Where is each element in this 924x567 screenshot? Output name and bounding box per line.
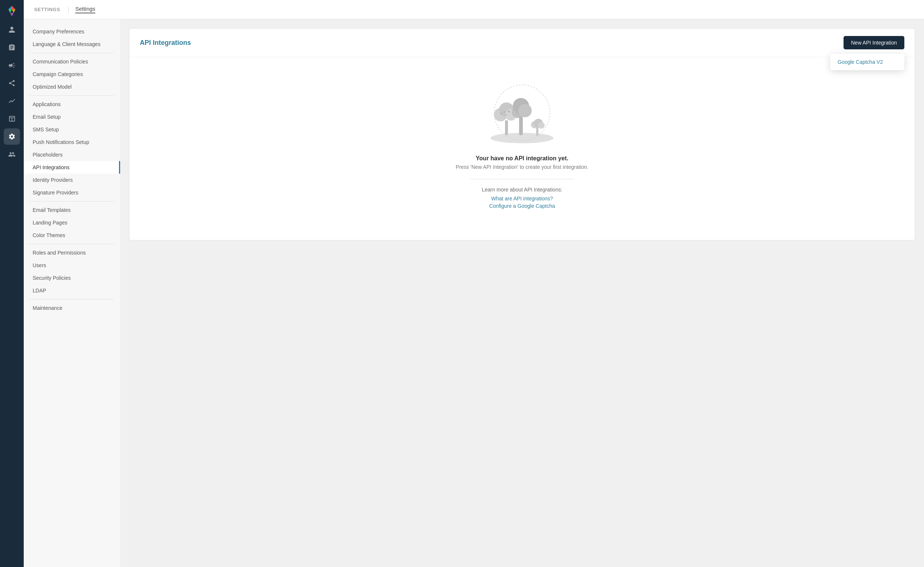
svg-point-15 [518, 104, 532, 117]
svg-point-23 [505, 114, 507, 116]
sidebar-item-api-integrations[interactable]: API Integrations [24, 161, 120, 174]
sidebar-divider-4 [30, 244, 114, 244]
nav-rail [0, 0, 24, 567]
svg-marker-5 [10, 13, 14, 17]
chart-icon[interactable] [4, 93, 20, 109]
svg-rect-8 [505, 120, 508, 135]
sidebar-item-ldap[interactable]: LDAP [24, 284, 120, 297]
sidebar-item-applications[interactable]: Applications [24, 98, 120, 111]
svg-point-21 [504, 111, 506, 113]
dropdown-item-google-captcha[interactable]: Google Captcha V2 [830, 54, 904, 70]
sidebar-item-landing-pages[interactable]: Landing Pages [24, 217, 120, 229]
empty-state-illustration [481, 80, 563, 146]
topbar: SETTINGS | Settings [24, 0, 924, 19]
main-wrapper: SETTINGS | Settings Company Preferences … [24, 0, 924, 567]
topbar-divider: | [68, 6, 69, 14]
new-api-integration-button[interactable]: New API Integration [843, 36, 904, 50]
page-title: API Integrations [140, 39, 191, 47]
sidebar-item-push-notifications[interactable]: Push Notifications Setup [24, 136, 120, 149]
sidebar: Company Preferences Language & Client Me… [24, 19, 120, 567]
content-area: Company Preferences Language & Client Me… [24, 19, 924, 567]
sidebar-item-signature-providers[interactable]: Signature Providers [24, 186, 120, 199]
empty-divider [470, 179, 574, 179]
sidebar-item-campaign-categories[interactable]: Campaign Categories [24, 68, 120, 81]
clipboard-icon[interactable] [4, 39, 20, 56]
sidebar-item-identity-providers[interactable]: Identity Providers [24, 174, 120, 186]
megaphone-icon[interactable] [4, 57, 20, 74]
svg-point-19 [538, 122, 544, 129]
sidebar-item-maintenance[interactable]: Maintenance [24, 302, 120, 314]
svg-point-20 [500, 113, 502, 115]
topbar-settings-active[interactable]: Settings [75, 6, 95, 14]
content-card: API Integrations New API Integration Goo… [129, 28, 915, 241]
sidebar-item-roles-permissions[interactable]: Roles and Permissions [24, 247, 120, 259]
empty-title: Your have no API integration yet. [476, 155, 568, 162]
sidebar-divider-3 [30, 201, 114, 202]
sidebar-item-optimized-model[interactable]: Optimized Model [24, 81, 120, 93]
app-logo [5, 5, 19, 20]
learn-more-label: Learn more about API Integrations: [482, 186, 562, 193]
svg-rect-16 [536, 127, 538, 136]
link-what-are-api[interactable]: What are API integrations? [491, 196, 553, 202]
users-icon[interactable] [4, 21, 20, 38]
topbar-settings-inactive[interactable]: SETTINGS [33, 7, 62, 12]
gear-icon[interactable] [4, 128, 20, 145]
sidebar-item-email-templates[interactable]: Email Templates [24, 204, 120, 217]
svg-marker-4 [12, 9, 16, 13]
link-configure-captcha[interactable]: Configure a Google Captcha [489, 203, 555, 209]
sidebar-item-company-preferences[interactable]: Company Preferences [24, 25, 120, 38]
sidebar-item-placeholders[interactable]: Placeholders [24, 149, 120, 161]
sidebar-item-security-policies[interactable]: Security Policies [24, 272, 120, 284]
card-header: API Integrations New API Integration [129, 29, 915, 57]
sidebar-item-color-themes[interactable]: Color Themes [24, 229, 120, 242]
group-icon[interactable] [4, 146, 20, 162]
share-icon[interactable] [4, 75, 20, 91]
table-icon[interactable] [4, 111, 20, 127]
card-body: Your have no API integration yet. Press … [129, 57, 915, 240]
dropdown-menu: Google Captcha V2 [830, 54, 904, 70]
empty-subtitle: Press 'New API Integration' to create yo… [456, 164, 588, 170]
main-content: API Integrations New API Integration Goo… [120, 19, 924, 567]
svg-rect-12 [519, 117, 523, 135]
svg-marker-1 [12, 6, 16, 9]
svg-marker-2 [9, 6, 12, 9]
svg-point-22 [508, 110, 510, 113]
sidebar-divider-1 [30, 53, 114, 53]
sidebar-item-email-setup[interactable]: Email Setup [24, 111, 120, 123]
svg-marker-3 [9, 9, 12, 13]
sidebar-item-language[interactable]: Language & Client Messages [24, 38, 120, 50]
sidebar-item-sms-setup[interactable]: SMS Setup [24, 123, 120, 136]
sidebar-divider-5 [30, 299, 114, 299]
sidebar-divider-2 [30, 95, 114, 96]
sidebar-item-users[interactable]: Users [24, 259, 120, 272]
sidebar-item-communication-policies[interactable]: Communication Policies [24, 55, 120, 68]
